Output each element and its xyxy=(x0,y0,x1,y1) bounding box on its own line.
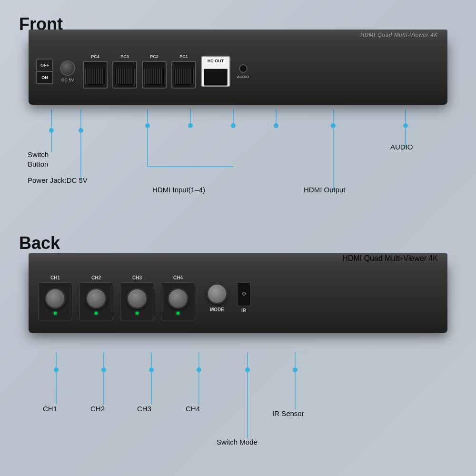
dot-switch-button xyxy=(49,128,54,133)
dot-ir-sensor xyxy=(293,367,298,372)
ann-switch-button-2: Button xyxy=(28,160,48,168)
ch1-top-label: CH1 xyxy=(50,275,60,280)
audio-label: AUDIO xyxy=(237,75,249,79)
ir-label: IR xyxy=(241,308,246,313)
hdmi-input-pc2: PC2 xyxy=(142,54,167,89)
ch4-led xyxy=(177,312,179,315)
switch-off-label: OFF xyxy=(37,60,52,71)
ch1-led xyxy=(54,312,57,315)
ann-switch-button: Switch xyxy=(28,150,49,159)
ir-group: ⌖ IR xyxy=(237,282,250,313)
mode-button[interactable] xyxy=(207,283,228,304)
audio-jack[interactable] xyxy=(239,64,248,73)
front-ports-container: OFF ON DC 5V PC4 PC3 PC2 xyxy=(29,38,447,105)
hd-out-text: HD OUT xyxy=(206,58,226,64)
dot-ch4 xyxy=(197,367,201,372)
hdmi-input-pc4: PC4 xyxy=(83,54,108,89)
ch3-led xyxy=(136,312,139,315)
ir-sensor: ⌖ xyxy=(237,282,250,306)
pc1-port[interactable] xyxy=(171,61,196,89)
ch3-button[interactable] xyxy=(127,288,148,309)
dot-power-jack xyxy=(79,128,83,133)
pc2-label: PC2 xyxy=(150,54,159,59)
ann-ch3: CH3 xyxy=(137,405,151,413)
pc1-label: PC1 xyxy=(179,54,188,59)
back-ports-container: CH1 CH2 CH3 CH4 xyxy=(29,262,447,333)
power-switch-group: OFF ON xyxy=(36,59,53,84)
dc-label: DC 5V xyxy=(61,78,74,82)
ch1-button[interactable] xyxy=(45,288,66,309)
hdout-group: HD OUT xyxy=(201,56,230,87)
hdout-connector xyxy=(204,65,228,86)
hdout-port[interactable]: HD OUT xyxy=(201,56,230,87)
ch3-group: CH3 xyxy=(120,275,154,320)
ch3-container xyxy=(120,282,154,320)
dot-hdmi-input-1 xyxy=(145,123,150,128)
ann-audio: AUDIO xyxy=(390,143,413,151)
pc4-connector xyxy=(85,64,105,85)
pc3-label: PC3 xyxy=(120,54,129,59)
ann-ir-sensor: IR Sensor xyxy=(272,409,304,417)
ann-ch4: CH4 xyxy=(186,405,200,413)
dc-knob-group: DC 5V xyxy=(60,60,75,82)
ch4-group: CH4 xyxy=(161,275,195,320)
ann-ch2: CH2 xyxy=(90,405,105,413)
ch2-container xyxy=(79,282,113,320)
ann-hdmi-output: HDMI Output xyxy=(304,186,346,194)
switch-on-label: ON xyxy=(37,72,52,83)
back-device: HDMI Quad Multi-Viewer 4K CH1 CH2 CH3 xyxy=(29,262,447,333)
ch3-top-label: CH3 xyxy=(132,275,142,280)
pc3-connector xyxy=(115,64,135,85)
mode-group: MODE xyxy=(207,283,228,312)
ch1-container xyxy=(38,282,72,320)
pc2-connector xyxy=(144,64,164,85)
dot-switch-mode xyxy=(245,367,250,372)
ann-switch-mode: Switch Mode xyxy=(217,438,258,446)
audio-jack-group: AUDIO xyxy=(237,64,249,79)
ch4-top-label: CH4 xyxy=(173,275,183,280)
ann-ch1: CH1 xyxy=(43,405,57,413)
dot-hdmi-output xyxy=(331,123,336,128)
dot-ch1 xyxy=(54,367,59,372)
ann-hdmi-input: HDMI Input(1–4) xyxy=(152,186,205,194)
dc-power-knob xyxy=(60,60,75,76)
ann-power-jack: Power Jack:DC 5V xyxy=(28,176,88,184)
ch2-led xyxy=(95,312,98,315)
pc2-port[interactable] xyxy=(142,61,167,89)
dot-hdmi-input-3 xyxy=(231,123,236,128)
pc4-label: PC4 xyxy=(91,54,99,59)
rocker-switch[interactable]: OFF ON xyxy=(36,59,53,84)
ch2-button[interactable] xyxy=(86,288,107,309)
hdmi-input-pc3: PC3 xyxy=(112,54,137,89)
ch4-container xyxy=(161,282,195,320)
dot-ch3 xyxy=(149,367,154,372)
ir-icon: ⌖ xyxy=(241,288,247,299)
ch4-button[interactable] xyxy=(168,288,188,309)
mode-label: MODE xyxy=(210,307,224,312)
pc3-port[interactable] xyxy=(112,61,137,89)
ch2-group: CH2 xyxy=(79,275,113,320)
dot-hdmi-input-2 xyxy=(188,123,193,128)
pc4-port[interactable] xyxy=(83,61,108,89)
hdmi-input-pc1: PC1 xyxy=(171,54,196,89)
ch1-group: CH1 xyxy=(38,275,72,320)
dot-audio xyxy=(403,123,408,128)
ch2-top-label: CH2 xyxy=(91,275,101,280)
front-device: HDMI Quad Multi-Viewer 4K OFF ON DC 5V P… xyxy=(29,38,447,105)
dot-ch2 xyxy=(101,367,106,372)
front-brand-text: HDMI Quad Multi-Viewer 4K xyxy=(360,32,438,38)
dot-hdmi-input-4 xyxy=(274,123,278,128)
back-section-label: Back xyxy=(19,233,60,253)
pc1-connector xyxy=(174,64,194,85)
